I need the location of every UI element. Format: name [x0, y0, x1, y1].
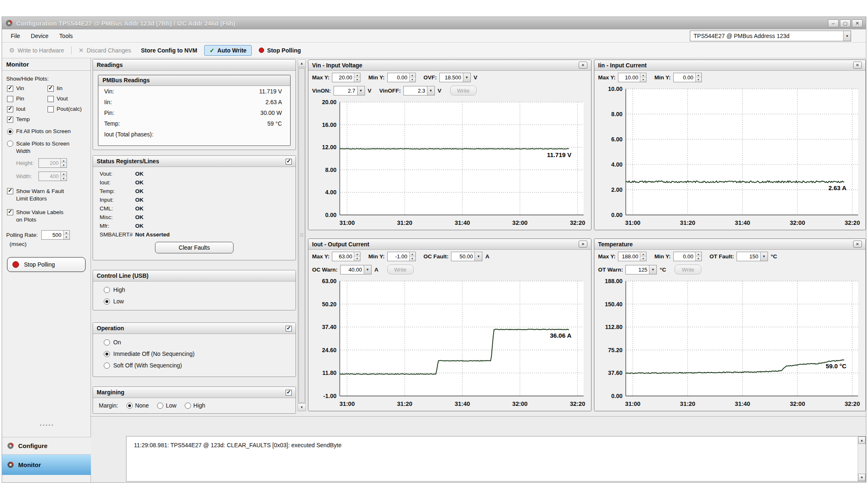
spin-up-icon[interactable]: ▲ — [354, 252, 360, 257]
discard-changes-button[interactable]: ✕ Discard Changes — [76, 45, 134, 56]
plot-checkbox-iin[interactable]: ✓Iin — [48, 85, 88, 92]
vinon-combo[interactable]: ▼ — [334, 86, 365, 95]
sidebar-item-configure[interactable]: Configure — [2, 437, 91, 454]
auto-write-toggle[interactable]: ✓ Auto Write — [204, 45, 252, 56]
spin-up-icon[interactable]: ▲ — [696, 73, 701, 78]
iin-max-y-spinner[interactable]: ▲▼ — [618, 73, 646, 82]
menu-tools[interactable]: Tools — [54, 31, 78, 41]
vin-ovf-input[interactable] — [440, 73, 463, 82]
clear-faults-button[interactable]: Clear Faults — [155, 242, 234, 253]
menu-file[interactable]: File — [5, 31, 26, 41]
margining-header-checkbox[interactable]: ✓ — [286, 390, 292, 396]
vin-min-y-spinner[interactable]: ▲▼ — [387, 73, 416, 82]
spin-down-icon[interactable]: ▼ — [64, 235, 69, 239]
scroll-up-icon[interactable]: ▲ — [298, 60, 305, 67]
chevron-down-icon[interactable]: ▼ — [364, 265, 371, 274]
scrollbar-thumb[interactable] — [298, 68, 305, 403]
spin-down-icon[interactable]: ▼ — [61, 163, 67, 167]
iin-min-y-input[interactable] — [674, 73, 695, 82]
iin-max-y-input[interactable] — [618, 73, 640, 82]
close-plot-icon[interactable]: ✕ — [579, 241, 587, 248]
vinon-input[interactable] — [334, 86, 357, 95]
iin-min-y-spinner[interactable]: ▲▼ — [673, 73, 702, 82]
oc-warn-combo[interactable]: ▼ — [340, 265, 372, 274]
spinner-arrows[interactable]: ▲▼ — [695, 73, 701, 82]
temp-max-y-input[interactable] — [618, 252, 640, 261]
plot-checkbox-iout[interactable]: ✓Iout — [7, 106, 48, 112]
chevron-down-icon[interactable]: ▼ — [475, 252, 482, 261]
spinner-arrows[interactable]: ▲▼ — [60, 172, 67, 181]
temp-write-button[interactable]: Write — [675, 265, 701, 274]
operation-immediate-off-radio[interactable]: Immediate Off (No Sequencing) — [104, 351, 296, 357]
spinner-arrows[interactable]: ▲▼ — [695, 252, 701, 261]
temp-max-y-spinner[interactable]: ▲▼ — [618, 252, 646, 261]
scale-plots-radio[interactable]: Scale Plots to Screen Width — [7, 140, 88, 155]
chevron-down-icon[interactable]: ▼ — [427, 86, 434, 95]
height-input[interactable] — [39, 159, 60, 167]
scroll-down-icon[interactable]: ▼ — [298, 403, 305, 411]
plot-checkbox-pin[interactable]: Pin — [7, 95, 48, 102]
operation-on-radio[interactable]: On — [104, 339, 296, 346]
close-plot-icon[interactable]: ✕ — [853, 62, 862, 69]
ot-warn-combo[interactable]: ▼ — [625, 265, 657, 274]
plot-checkbox-temp[interactable]: ✓Temp — [7, 116, 48, 123]
operation-soft-off-radio[interactable]: Soft Off (With Sequencing) — [104, 362, 296, 369]
margin-low-radio[interactable]: Low — [157, 402, 176, 409]
chevron-down-icon[interactable]: ▼ — [843, 31, 851, 41]
oc-fault-combo[interactable]: ▼ — [451, 252, 482, 261]
vin-ovf-combo[interactable]: ▼ — [439, 73, 471, 82]
oc-warn-input[interactable] — [341, 265, 364, 274]
temp-min-y-input[interactable] — [674, 252, 695, 261]
iout-max-y-input[interactable] — [332, 252, 354, 261]
spin-up-icon[interactable]: ▲ — [61, 172, 67, 176]
spin-down-icon[interactable]: ▼ — [354, 257, 360, 261]
store-config-button[interactable]: Store Config to NVM — [138, 45, 200, 55]
vin-write-button[interactable]: Write — [450, 86, 477, 95]
fit-all-plots-radio[interactable]: Fit All Plots on Screen — [7, 128, 88, 135]
spinner-arrows[interactable]: ▲▼ — [640, 252, 646, 261]
width-spinner[interactable]: ▲▼ — [38, 172, 67, 181]
stop-polling-button[interactable]: Stop Polling — [7, 257, 86, 272]
chevron-down-icon[interactable]: ▼ — [760, 252, 768, 261]
vin-max-y-spinner[interactable]: ▲▼ — [332, 73, 360, 82]
scrollbar-track[interactable] — [298, 67, 305, 403]
menu-device[interactable]: Device — [26, 31, 54, 41]
control-low-radio[interactable]: Low — [104, 298, 296, 305]
width-input[interactable] — [39, 172, 60, 181]
spinner-arrows[interactable]: ▲▼ — [354, 252, 360, 261]
device-selector[interactable]: TPS544E27 @ PMBus Address 123d ▼ — [690, 31, 851, 41]
spin-up-icon[interactable]: ▲ — [61, 159, 67, 163]
middle-scrollbar[interactable]: ▲ ▼ — [298, 60, 306, 411]
log-scrollbar[interactable]: ▲ ▼ — [858, 436, 866, 481]
spinner-arrows[interactable]: ▲▼ — [60, 159, 67, 167]
plot-checkbox-vin[interactable]: ✓Vin — [7, 85, 48, 92]
iout-min-y-input[interactable] — [388, 252, 409, 261]
sidebar-item-monitor[interactable]: Monitor — [2, 454, 91, 475]
scroll-down-icon[interactable]: ▼ — [858, 474, 866, 481]
ot-warn-input[interactable] — [626, 265, 649, 274]
spin-down-icon[interactable]: ▼ — [410, 78, 415, 82]
show-value-labels-checkbox[interactable]: ✓Show Value Labels on Plots — [7, 209, 66, 223]
spinner-arrows[interactable]: ▲▼ — [63, 231, 69, 239]
ot-fault-input[interactable] — [737, 252, 760, 261]
chevron-down-icon[interactable]: ▼ — [357, 86, 365, 95]
spinner-arrows[interactable]: ▲▼ — [409, 73, 415, 82]
spin-up-icon[interactable]: ▲ — [696, 252, 701, 257]
spin-down-icon[interactable]: ▼ — [354, 78, 360, 82]
spin-up-icon[interactable]: ▲ — [64, 231, 69, 235]
spin-down-icon[interactable]: ▼ — [640, 78, 646, 82]
spinner-arrows[interactable]: ▲▼ — [354, 73, 360, 82]
spinner-arrows[interactable]: ▲▼ — [409, 252, 415, 261]
temp-min-y-spinner[interactable]: ▲▼ — [673, 252, 702, 261]
spin-down-icon[interactable]: ▼ — [696, 257, 701, 261]
write-to-hardware-button[interactable]: ⚙ Write to Hardware — [6, 45, 67, 56]
maximize-icon[interactable]: ▢ — [840, 19, 851, 27]
ot-fault-combo[interactable]: ▼ — [737, 252, 768, 261]
spinner-arrows[interactable]: ▲▼ — [640, 73, 646, 82]
spin-up-icon[interactable]: ▲ — [354, 73, 360, 78]
close-icon[interactable]: ✕ — [852, 19, 863, 27]
polling-rate-input[interactable] — [42, 231, 63, 239]
splitter-handle[interactable] — [2, 424, 91, 428]
spin-up-icon[interactable]: ▲ — [410, 252, 415, 257]
spin-down-icon[interactable]: ▼ — [696, 78, 701, 82]
